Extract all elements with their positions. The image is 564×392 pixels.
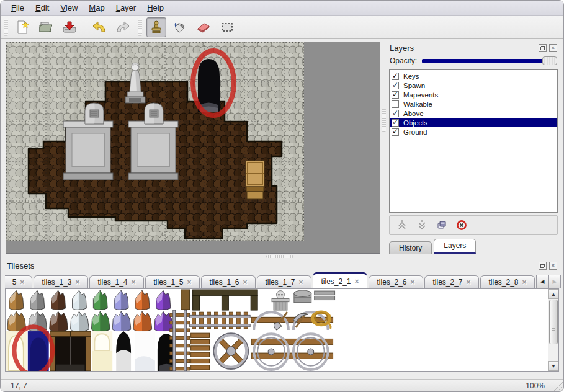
menu-help[interactable]: Help (141, 2, 169, 14)
toolbar (1, 16, 563, 39)
tileset-tab[interactable]: tiles_2_8× (480, 275, 535, 288)
stamp-tool-button[interactable] (146, 17, 166, 37)
layer-visibility-checkbox[interactable]: ✓ (392, 119, 399, 127)
tab-scroll-left-button[interactable]: ◀ (536, 275, 548, 288)
eraser-tool-button[interactable] (194, 17, 213, 37)
layer-row-above[interactable]: ✓ Above (390, 109, 557, 118)
tab-layers[interactable]: Layers (434, 239, 476, 254)
tab-close-icon[interactable]: × (243, 278, 248, 287)
tab-close-icon[interactable]: × (411, 278, 415, 287)
menu-view[interactable]: View (55, 2, 83, 14)
tab-close-icon[interactable]: × (187, 278, 192, 287)
tab-close-icon[interactable]: × (132, 278, 136, 287)
tab-close-icon[interactable]: × (522, 278, 527, 287)
redo-button[interactable] (113, 17, 133, 37)
tilesets-panel-close-button[interactable]: × (549, 262, 557, 270)
layer-row-walkable[interactable]: ✓ Walkable (390, 99, 557, 109)
layer-visibility-checkbox[interactable]: ✓ (392, 100, 399, 108)
fill-bucket-icon (172, 19, 188, 35)
save-map-button[interactable] (60, 17, 79, 37)
vertical-splitter[interactable] (380, 39, 388, 254)
layer-name: Walkable (403, 100, 432, 108)
scroll-up-button[interactable]: ▲ (548, 289, 558, 299)
tileset-tab[interactable]: tiles_1_7× (257, 275, 311, 288)
layer-row-mapevents[interactable]: ✓ Mapevents (390, 90, 557, 99)
opacity-slider[interactable] (422, 56, 557, 66)
layer-row-spawn[interactable]: ✓ Spawn (390, 81, 557, 90)
resize-grip[interactable] (553, 381, 563, 391)
tileset-canvas[interactable] (6, 289, 548, 371)
tileset-tab[interactable]: tiles_1_4× (89, 275, 144, 288)
float-icon (540, 47, 544, 50)
layer-row-keys[interactable]: ✓ Keys (390, 71, 557, 81)
menubar: File Edit View Map Layer Help (1, 1, 563, 16)
barrel-top (294, 290, 311, 303)
map-canvas[interactable] (6, 42, 380, 252)
move-layer-down-button[interactable] (416, 219, 428, 231)
layer-visibility-checkbox[interactable]: ✓ (392, 73, 399, 80)
tab-scroll-right-button[interactable]: ▶ (548, 275, 561, 288)
tileset-tab[interactable]: 5× (5, 275, 32, 288)
menu-edit[interactable]: Edit (30, 2, 55, 14)
chevron-up-icon (396, 220, 408, 231)
menu-layer[interactable]: Layer (110, 2, 142, 14)
wooden-crate (246, 161, 264, 199)
scrollbar-thumb[interactable] (549, 300, 558, 344)
layer-visibility-checkbox[interactable]: ✓ (392, 91, 399, 99)
toolbar-drag-handle[interactable] (138, 19, 142, 36)
float-icon (540, 264, 544, 268)
tileset-tab[interactable]: tiles_2_6× (369, 275, 423, 288)
tab-close-icon[interactable]: × (76, 278, 80, 287)
layer-row-ground[interactable]: ✓ Ground (390, 127, 557, 136)
tab-close-icon[interactable]: × (299, 278, 303, 287)
map-view (6, 42, 380, 254)
layer-visibility-checkbox[interactable]: ✓ (392, 110, 399, 117)
fill-tool-button[interactable] (170, 17, 190, 37)
tileset-tab[interactable]: tiles_1_6× (201, 275, 256, 288)
tab-close-icon[interactable]: × (20, 278, 24, 287)
tileset-tab[interactable]: tiles_1_5× (145, 275, 200, 288)
horizontal-splitter[interactable] (1, 254, 563, 259)
layer-buttons (389, 215, 558, 235)
undo-button[interactable] (89, 17, 109, 37)
menu-map[interactable]: Map (83, 2, 110, 14)
undo-icon (91, 19, 107, 35)
layers-panel-title: Layers (390, 43, 414, 53)
tab-close-icon[interactable]: × (355, 277, 359, 286)
open-map-button[interactable] (36, 17, 56, 37)
opacity-slider-handle[interactable] (542, 56, 557, 65)
tileset-scrollbar[interactable]: ▲ ▼ (548, 289, 558, 371)
new-map-button[interactable] (12, 17, 32, 37)
tilesets-panel-titlebar: Tilesets × (5, 259, 559, 272)
tilesets-panel-float-button[interactable] (539, 262, 547, 270)
tab-history[interactable]: History (389, 241, 432, 254)
tileset-tabs: 5× tiles_1_3× tiles_1_4× tiles_1_5× tile… (5, 272, 559, 288)
tab-close-icon[interactable]: × (467, 278, 471, 287)
layer-name: Objects (403, 119, 427, 127)
close-icon: × (552, 45, 555, 51)
statusbar: 17, 7 100% (1, 379, 563, 391)
check-icon: ✓ (392, 81, 398, 89)
eraser-icon (195, 19, 212, 35)
toolbar-drag-handle[interactable] (4, 19, 8, 36)
opacity-label: Opacity: (390, 56, 417, 65)
layers-panel-float-button[interactable] (539, 44, 547, 52)
stamp-icon (148, 19, 164, 35)
menu-file[interactable]: File (6, 2, 30, 14)
scroll-down-button[interactable]: ▼ (548, 361, 558, 371)
layer-visibility-checkbox[interactable]: ✓ (392, 82, 399, 89)
layers-panel-titlebar: Layers × (388, 42, 559, 54)
move-layer-up-button[interactable] (396, 219, 408, 231)
layers-panel-close-button[interactable]: × (549, 44, 557, 52)
layer-row-objects[interactable]: ✓ Objects (390, 118, 557, 127)
layer-visibility-checkbox[interactable]: ✓ (392, 128, 399, 136)
altar-left (63, 121, 113, 180)
rect-select-tool-button[interactable] (217, 17, 237, 37)
duplicate-layer-button[interactable] (436, 219, 448, 231)
delete-layer-button[interactable] (455, 219, 468, 231)
cave-doorway (198, 59, 220, 112)
open-folder-icon (38, 19, 54, 35)
tileset-tab[interactable]: tiles_1_3× (34, 275, 88, 288)
tileset-tab[interactable]: tiles_2_7× (424, 275, 479, 288)
tileset-tab[interactable]: tiles_2_1× (313, 272, 367, 288)
